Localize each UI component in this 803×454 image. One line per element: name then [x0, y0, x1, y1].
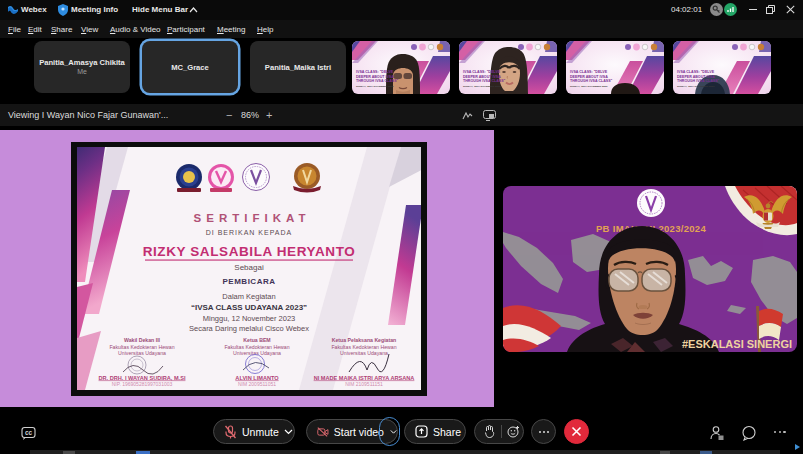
svg-text:Wakil Dekan III: Wakil Dekan III [124, 337, 161, 343]
svg-text:THROUGH IVSA CLASS": THROUGH IVSA CLASS" [463, 79, 506, 83]
svg-text:NI MADE MAIKA ISTRI ARYA ARSAN: NI MADE MAIKA ISTRI ARYA ARSANA [314, 375, 415, 381]
svg-text:Ketua BEM: Ketua BEM [243, 337, 270, 343]
svg-text:#ESKALASI SINERGI: #ESKALASI SINERGI [682, 338, 792, 350]
svg-text:Sebagai: Sebagai [234, 263, 264, 272]
svg-text:Dalam Kegiatan: Dalam Kegiatan [222, 292, 275, 301]
svg-text:NIM 2009511051: NIM 2009511051 [238, 381, 276, 387]
svg-text:Fakultas Kedokteran Hewan: Fakultas Kedokteran Hewan [331, 344, 396, 350]
svg-text:“IVSA CLASS UDAYANA 2023”: “IVSA CLASS UDAYANA 2023” [191, 303, 307, 312]
svg-text:SUNDAY, 12TH NOVEMBER 2023: SUNDAY, 12TH NOVEMBER 2023 [356, 85, 394, 88]
svg-text:IVSA CLASS: "DELVE: IVSA CLASS: "DELVE [463, 70, 501, 74]
svg-text:THROUGH IVSA CLASS": THROUGH IVSA CLASS" [570, 79, 613, 83]
svg-text:cc: cc [25, 429, 33, 436]
svg-text:IVSA CLASS: "DELVE: IVSA CLASS: "DELVE [677, 70, 715, 74]
svg-text:DEEPER ABOUT IVSA: DEEPER ABOUT IVSA [463, 75, 501, 79]
svg-text:PEMBICARA: PEMBICARA [223, 277, 276, 286]
svg-text:THROUGH IVSA CLASS": THROUGH IVSA CLASS" [356, 79, 399, 83]
svg-text:Ketua Pelaksana Kegiatan: Ketua Pelaksana Kegiatan [332, 337, 397, 343]
svg-text:DEEPER ABOUT IVSA: DEEPER ABOUT IVSA [677, 75, 715, 79]
svg-text:ALVIN LIMANTO: ALVIN LIMANTO [235, 375, 279, 381]
svg-text:Fakultas Kedokteran Hewan: Fakultas Kedokteran Hewan [109, 344, 174, 350]
svg-text:DEEPER ABOUT IVSA: DEEPER ABOUT IVSA [570, 75, 608, 79]
svg-text:SERTIFIKAT: SERTIFIKAT [194, 212, 311, 224]
svg-text:NIP. 196905281997031003: NIP. 196905281997031003 [112, 381, 173, 387]
svg-text:THROUGH IVSA CLASS": THROUGH IVSA CLASS" [677, 79, 720, 83]
svg-text:IVSA CLASS: "DELVE: IVSA CLASS: "DELVE [356, 70, 394, 74]
svg-text:Universitas Udayana: Universitas Udayana [118, 350, 166, 356]
svg-text:Secara Daring melalui Cisco We: Secara Daring melalui Cisco Webex [189, 324, 309, 333]
svg-text:NIM 2109511151: NIM 2109511151 [345, 381, 383, 387]
svg-text:DI BERIKAN KEPADA: DI BERIKAN KEPADA [206, 229, 293, 236]
svg-text:Minggu, 12 November 2023: Minggu, 12 November 2023 [203, 314, 296, 323]
svg-text:SUNDAY, 12TH NOVEMBER 2023: SUNDAY, 12TH NOVEMBER 2023 [463, 85, 501, 88]
svg-text:IVSA CLASS: "DELVE: IVSA CLASS: "DELVE [570, 70, 608, 74]
svg-text:DR. DRH. I WAYAN SUDIRA, M.SI: DR. DRH. I WAYAN SUDIRA, M.SI [99, 375, 186, 381]
svg-text:Fakultas Kedokteran Hewan: Fakultas Kedokteran Hewan [224, 344, 289, 350]
svg-text:SUNDAY, 12TH NOVEMBER 2023: SUNDAY, 12TH NOVEMBER 2023 [677, 85, 715, 88]
svg-text:DEEPER ABOUT IVSA: DEEPER ABOUT IVSA [356, 75, 394, 79]
svg-text:Universitas Udayana: Universitas Udayana [340, 350, 388, 356]
svg-text:RIZKY SALSABILA HERYANTO: RIZKY SALSABILA HERYANTO [143, 244, 356, 259]
svg-text:SUNDAY, 12TH NOVEMBER 2023: SUNDAY, 12TH NOVEMBER 2023 [570, 85, 608, 88]
